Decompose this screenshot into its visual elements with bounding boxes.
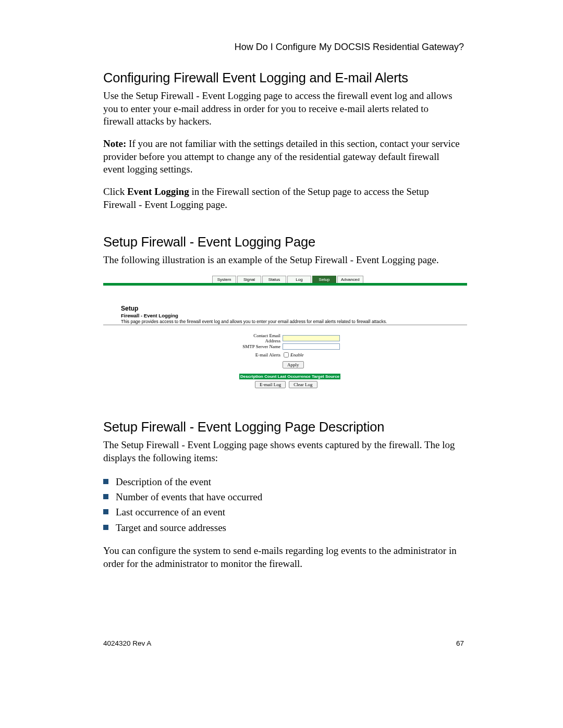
page-content: Configuring Firewall Event Logging and E… (103, 70, 461, 580)
section1-paragraph2: Click Event Logging in the Firewall sect… (103, 186, 461, 211)
section-title-config: Configuring Firewall Event Logging and E… (103, 70, 461, 85)
list-item: Description of the event (116, 474, 461, 489)
enable-text: Enable (290, 352, 304, 357)
section1-paragraph1: Use the Setup Firewall - Event Logging p… (103, 90, 461, 128)
document-page: How Do I Configure My DOCSIS Residential… (0, 0, 563, 728)
page-heading-title: Setup (121, 305, 387, 312)
nav-underline (103, 283, 467, 286)
note-text: If you are not familiar with the setting… (103, 138, 460, 175)
section3-paragraph2: You can configure the system to send e-m… (103, 545, 461, 570)
apply-button[interactable]: Apply (283, 361, 304, 368)
running-header: How Do I Configure My DOCSIS Residential… (235, 42, 464, 53)
list-item: Number of events that have occurred (116, 489, 461, 504)
tab-status[interactable]: Status (262, 276, 286, 283)
p2-pre: Click (103, 186, 127, 197)
footer-doc-id: 4024320 Rev A (103, 639, 151, 647)
label-smtp: SMTP Server Name (239, 344, 283, 349)
section3-paragraph1: The Setup Firewall - Event Logging page … (103, 439, 461, 464)
page-heading-sub: Firewall - Event Logging (121, 313, 387, 318)
footer-page-number: 67 (456, 639, 464, 647)
label-email-alerts: E-mail Alerts (239, 352, 283, 357)
tab-advanced[interactable]: Advanced (337, 276, 363, 283)
page-heading-desc: This page provides access to the firewal… (121, 319, 387, 324)
description-list: Description of the event Number of event… (103, 474, 461, 536)
note-label: Note: (103, 138, 126, 149)
list-item: Last occurrence of an event (116, 504, 461, 520)
input-contact-email[interactable] (283, 335, 340, 341)
checkbox-enable-alerts[interactable] (284, 352, 289, 357)
input-smtp[interactable] (283, 343, 340, 350)
section-title-eventlog: Setup Firewall - Event Logging Page (103, 235, 461, 250)
p2-bold: Event Logging (127, 186, 189, 197)
clear-log-button[interactable]: Clear Log (289, 381, 317, 388)
nav-tabs: System Signal Status Log Setup Advanced (212, 276, 363, 283)
tab-setup[interactable]: Setup (312, 276, 336, 283)
config-form: Contact Email Address SMTP Server Name E… (239, 334, 340, 359)
screenshot-event-logging: System Signal Status Log Setup Advanced … (103, 276, 467, 399)
divider (103, 325, 467, 325)
tab-log[interactable]: Log (287, 276, 311, 283)
section-title-description: Setup Firewall - Event Logging Page Desc… (103, 419, 461, 435)
section1-note: Note: If you are not familiar with the s… (103, 138, 461, 176)
tab-signal[interactable]: Signal (237, 276, 261, 283)
label-contact-email: Contact Email Address (239, 333, 283, 343)
log-table-header: Description Count Last Occurrence Target… (239, 374, 340, 379)
email-log-button[interactable]: E-mail Log (255, 381, 286, 388)
page-heading-block: Setup Firewall - Event Logging This page… (121, 305, 387, 324)
tab-system[interactable]: System (212, 276, 236, 283)
section2-paragraph1: The following illustration is an example… (103, 254, 467, 267)
list-item: Target and source addresses (116, 520, 461, 535)
